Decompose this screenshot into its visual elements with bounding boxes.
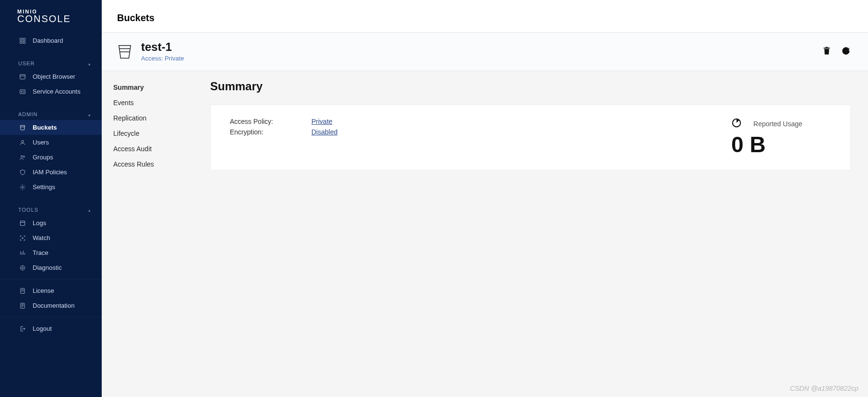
sidebar-item-label: Logout [33, 325, 52, 332]
svg-rect-6 [20, 89, 25, 93]
sidebar-item-users[interactable]: Users [0, 135, 102, 150]
access-policy-label: Access Policy: [230, 118, 311, 125]
brand-bottom: CONSOLE [17, 13, 92, 24]
document-icon [18, 302, 27, 309]
summary-heading: Summary [210, 80, 851, 93]
svg-rect-0 [20, 38, 22, 40]
subtab-replication[interactable]: Replication [113, 110, 201, 126]
chevron-up-icon: ▴ [88, 208, 91, 213]
sidebar-item-dashboard[interactable]: Dashboard [0, 33, 102, 48]
access-policy-value-link[interactable]: Private [311, 118, 333, 125]
bucket-access-value: Private [165, 55, 184, 62]
sidebar-item-documentation[interactable]: Documentation [0, 298, 102, 313]
sidebar-item-trace[interactable]: Trace [0, 245, 102, 260]
svg-point-14 [22, 186, 24, 188]
bucket-actions [822, 46, 851, 57]
users-icon [18, 154, 27, 161]
logs-icon [18, 220, 27, 227]
bucket-title-block: test-1 Access: Private [141, 41, 184, 62]
target-icon [18, 265, 27, 271]
content-row: Summary Events Replication Lifecycle Acc… [102, 71, 868, 397]
summary-properties: Access Policy: Private Encryption: Disab… [230, 118, 337, 136]
sidebar-item-logs[interactable]: Logs [0, 216, 102, 230]
sidebar-item-label: IAM Policies [33, 168, 67, 176]
trace-icon [18, 250, 27, 256]
bucket-access-line: Access: Private [141, 55, 184, 62]
sidebar-item-service-accounts[interactable]: Service Accounts [0, 84, 102, 99]
detail-panel: Summary Access Policy: Private Encryptio… [201, 71, 868, 397]
sidebar-item-logout[interactable]: Logout [0, 321, 102, 336]
dashboard-icon [18, 37, 27, 44]
sidebar-item-label: Object Browser [33, 73, 75, 80]
sidebar-item-iam-policies[interactable]: IAM Policies [0, 165, 102, 180]
svg-rect-2 [20, 41, 22, 43]
svg-point-12 [21, 155, 23, 157]
bucket-name: test-1 [141, 41, 184, 53]
svg-point-13 [23, 156, 24, 157]
focus-icon [18, 235, 27, 241]
svg-rect-15 [20, 221, 24, 225]
nav-list: Dashboard USER ▴ Object Browser Service … [0, 29, 102, 336]
sidebar-item-label: License [33, 287, 54, 294]
sidebar-item-label: Documentation [33, 302, 74, 309]
sidebar-item-settings[interactable]: Settings [0, 180, 102, 194]
shield-icon [18, 169, 27, 176]
sidebar-item-diagnostic[interactable]: Diagnostic [0, 260, 102, 275]
sidebar-section-label: USER [18, 60, 35, 66]
svg-point-23 [22, 267, 24, 269]
sidebar-item-object-browser[interactable]: Object Browser [0, 69, 102, 84]
sidebar-item-license[interactable]: License [0, 283, 102, 298]
subtab-events[interactable]: Events [113, 95, 201, 110]
sidebar-divider [0, 317, 102, 317]
top-bar: Buckets [102, 0, 868, 33]
sidebar-item-label: Logs [33, 219, 46, 227]
sidebar-item-buckets[interactable]: Buckets [0, 120, 102, 135]
sidebar-item-label: Buckets [33, 124, 57, 131]
bucket-header: test-1 Access: Private [102, 33, 868, 71]
gear-icon [18, 184, 27, 191]
sidebar-section-label: ADMIN [18, 111, 37, 117]
subtab-access-rules[interactable]: Access Rules [113, 156, 201, 172]
summary-card: Access Policy: Private Encryption: Disab… [210, 105, 851, 170]
svg-point-11 [22, 140, 24, 143]
svg-rect-1 [23, 38, 25, 40]
refresh-button[interactable] [841, 46, 851, 57]
bucket-icon [18, 124, 27, 131]
sidebar-item-label: Dashboard [33, 37, 63, 44]
subtab-summary[interactable]: Summary [113, 80, 201, 95]
sidebar-item-label: Watch [33, 234, 50, 241]
subtab-lifecycle[interactable]: Lifecycle [113, 126, 201, 141]
sidebar-item-groups[interactable]: Groups [0, 150, 102, 165]
folder-icon [18, 73, 27, 80]
sidebar-item-label: Users [33, 139, 49, 146]
sidebar-item-label: Service Accounts [33, 88, 81, 95]
chevron-up-icon: ▴ [88, 61, 91, 66]
chevron-up-icon: ▴ [88, 112, 91, 117]
delete-button[interactable] [822, 46, 832, 57]
sidebar-item-watch[interactable]: Watch [0, 230, 102, 245]
sidebar-section-label: TOOLS [18, 207, 38, 213]
sidebar-item-label: Trace [33, 249, 48, 256]
sidebar-section-tools[interactable]: TOOLS ▴ [0, 202, 102, 216]
svg-point-7 [21, 91, 22, 92]
svg-rect-34 [823, 48, 830, 48]
sidebar-divider [0, 279, 102, 279]
logout-icon [18, 325, 27, 332]
usage-header: Reported Usage [731, 118, 802, 130]
page-title: Buckets [117, 12, 851, 24]
bucket-large-icon [116, 43, 133, 60]
sidebar-item-label: Settings [33, 183, 55, 191]
encryption-value-link[interactable]: Disabled [311, 128, 337, 136]
user-icon [18, 139, 27, 146]
usage-block: Reported Usage 0 B [731, 118, 831, 157]
watermark-text: CSDN @a19870822cp [790, 385, 858, 392]
subtab-access-audit[interactable]: Access Audit [113, 141, 201, 156]
pie-chart-icon [731, 118, 742, 130]
svg-rect-3 [23, 41, 25, 43]
svg-rect-35 [826, 47, 828, 48]
reported-usage-value: 0 B [731, 132, 802, 157]
sidebar: MINIO CONSOLE Dashboard USER ▴ Object Br… [0, 0, 102, 397]
sidebar-section-user[interactable]: USER ▴ [0, 56, 102, 69]
sidebar-section-admin[interactable]: ADMIN ▴ [0, 107, 102, 120]
svg-point-17 [22, 237, 23, 238]
